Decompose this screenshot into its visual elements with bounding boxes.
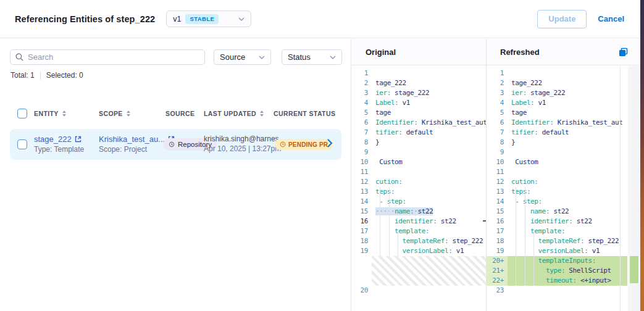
column-header-scope[interactable]: SCOPE xyxy=(99,110,130,117)
entity-link[interactable]: stage_222 xyxy=(34,135,84,144)
code-line: 14 - step: xyxy=(352,197,486,207)
yaml-diff-viewer: Original 12tage_2223ier: stage_2224Label… xyxy=(352,39,640,311)
column-header-source: SOURCE xyxy=(165,110,194,117)
table-row[interactable]: stage_222 Type: Template Krishika_test_a… xyxy=(10,129,341,160)
column-label: LAST UPDATED xyxy=(204,110,256,117)
line-number: 18 xyxy=(352,236,372,246)
code-line: 7tifier: default xyxy=(487,128,640,138)
line-content: } xyxy=(508,138,627,147)
line-number: 20+ xyxy=(487,256,508,266)
version-select[interactable]: v1 STABLE xyxy=(166,10,251,27)
line-content: Identifier: Krishika_test_aut xyxy=(372,118,486,128)
updated-by: krishika.singh@harnes... xyxy=(204,135,285,143)
line-number: 16 xyxy=(487,217,508,226)
line-number: 10 xyxy=(487,157,508,167)
line-number: 14 xyxy=(352,197,372,207)
line-content: tage xyxy=(508,108,627,118)
copy-icon[interactable] xyxy=(619,48,628,57)
line-content: Label: v1 xyxy=(508,98,627,108)
indent-guide xyxy=(380,187,380,256)
original-code-editor[interactable]: 12tage_2223ier: stage_2224Label: v15tage… xyxy=(352,66,486,311)
chevron-right-icon xyxy=(327,139,333,147)
code-line: 16 identifier: st22 xyxy=(487,217,640,226)
column-header-current-status: CURRENT STATUS xyxy=(274,110,335,117)
code-line: 11 xyxy=(487,167,640,177)
code-line: 21+ type: ShellScript xyxy=(487,266,640,276)
line-number: 6 xyxy=(487,118,508,128)
code-line: 6Identifier: Krishika_test_aut xyxy=(352,118,486,128)
line-content xyxy=(508,147,627,157)
indent-guide xyxy=(516,187,516,286)
code-line: 3ier: stage_222 xyxy=(352,88,486,98)
line-number: 1 xyxy=(352,68,372,78)
line-content: Custom xyxy=(508,157,627,167)
code-line: 16 identifier: st22 xyxy=(352,217,486,226)
code-line: 6Identifier: Krishika_test_aut xyxy=(487,118,640,128)
refreshed-code-editor[interactable]: 12tage_2223ier: stage_2224Label: v15tage… xyxy=(487,66,640,311)
line-content xyxy=(508,286,627,296)
code-line: 2tage_222 xyxy=(352,78,486,88)
added-lines-marker xyxy=(630,256,638,283)
line-number: 1 xyxy=(487,68,508,78)
column-label: CURRENT STATUS xyxy=(274,110,335,117)
column-header-entity[interactable]: ENTITY xyxy=(34,110,66,117)
source-filter-select[interactable]: Source xyxy=(214,49,271,65)
refreshed-pane: Refreshed 12tage_2223ier: stage_2224Labe… xyxy=(487,39,640,311)
indent-guide xyxy=(533,234,534,286)
line-number: 13 xyxy=(487,187,508,197)
line-content: } xyxy=(372,138,486,147)
line-number: 19 xyxy=(352,246,372,256)
refreshed-title: Refreshed xyxy=(500,48,540,57)
line-content: teps: xyxy=(508,187,627,197)
line-number: 19 xyxy=(487,246,508,256)
referencing-entities-modal: Referencing Entities of step_222 v1 STAB… xyxy=(0,0,644,311)
line-number: 8 xyxy=(352,138,372,147)
code-line: 20 xyxy=(352,286,486,296)
column-header-last-updated[interactable]: LAST UPDATED xyxy=(204,110,264,117)
line-number: 20 xyxy=(352,286,372,296)
line-content: identifier: st22 xyxy=(508,217,627,226)
line-content: name: st22 xyxy=(508,207,627,217)
code-line: 8} xyxy=(352,138,486,147)
code-line: 1 xyxy=(352,68,486,78)
sort-icon[interactable] xyxy=(62,110,66,117)
inserted-lines-placeholder xyxy=(372,256,486,286)
sort-icon[interactable] xyxy=(260,110,264,117)
line-number: 4 xyxy=(487,98,508,108)
line-content xyxy=(508,167,627,177)
row-expand-chevron[interactable] xyxy=(327,139,333,147)
entity-cell: stage_222 Type: Template xyxy=(34,135,84,154)
line-number: 9 xyxy=(487,147,508,157)
line-content: tage xyxy=(372,108,486,118)
search-box[interactable] xyxy=(10,49,205,65)
select-all-checkbox[interactable] xyxy=(17,109,27,118)
status-filter-select[interactable]: Status xyxy=(282,49,342,65)
line-number: 7 xyxy=(352,128,372,138)
code-line: 3ier: stage_222 xyxy=(487,88,640,98)
row-checkbox[interactable] xyxy=(17,139,27,149)
indent-guide xyxy=(398,234,398,256)
scope-name: Krishika_test_au... xyxy=(99,135,165,144)
line-content: template: xyxy=(508,226,627,236)
line-content xyxy=(372,167,486,177)
line-content: Custom xyxy=(372,157,486,167)
cancel-button[interactable]: Cancel xyxy=(598,14,624,23)
line-number: 2 xyxy=(352,78,372,88)
line-number: 21+ xyxy=(487,266,508,276)
sort-icon[interactable] xyxy=(127,110,130,117)
status-badge-label: PENDING PR xyxy=(288,141,328,148)
update-button[interactable]: Update xyxy=(537,10,587,28)
code-line: 5tage xyxy=(487,108,640,118)
code-line: 19 versionLabel: v1 xyxy=(487,246,640,256)
search-input[interactable] xyxy=(28,52,199,62)
code-line: 10 Custom xyxy=(487,157,640,167)
status-badge: PENDING PR xyxy=(275,139,333,150)
code-line: 18 templateRef: step_222 xyxy=(487,236,640,246)
chevron-down-icon xyxy=(259,56,265,59)
table-header: ENTITYSCOPESOURCELAST UPDATEDCURRENT STA… xyxy=(0,109,351,120)
chevron-down-icon xyxy=(330,56,336,59)
line-content xyxy=(372,286,486,296)
code-line: 15·····name:·st22 xyxy=(352,207,486,217)
selected-count: Selected: 0 xyxy=(46,71,83,80)
code-line: 5tage xyxy=(352,108,486,118)
